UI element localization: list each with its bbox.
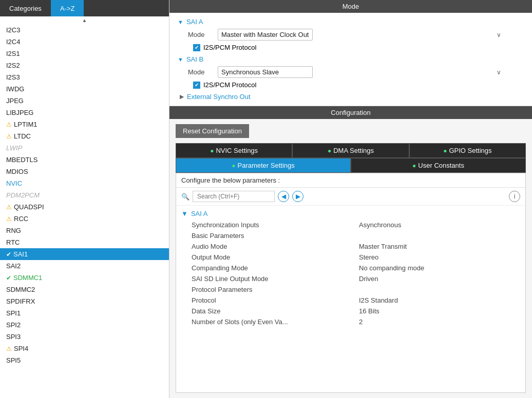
- tab-dma-settings[interactable]: ● DMA Settings: [292, 143, 409, 158]
- param-label-data-size: Data Size: [176, 306, 351, 316]
- param-value-num-slots: 2: [351, 316, 525, 327]
- list-item-quadspi[interactable]: QUADSPI: [0, 201, 169, 213]
- sai-a-protocol-checkbox[interactable]: ✔: [193, 44, 200, 51]
- table-row-sync-inputs: Synchronization Inputs Asynchronous: [176, 220, 525, 230]
- list-item-nvic[interactable]: NVIC: [0, 177, 169, 189]
- tab-nvic-settings[interactable]: ● NVIC Settings: [176, 143, 292, 158]
- param-value-companding-mode: No companding mode: [351, 263, 525, 273]
- table-row-companding-mode: Companding Mode No companding mode: [176, 263, 525, 273]
- list-item-pdm2pcm[interactable]: PDM2PCM: [0, 189, 169, 201]
- user-check-icon: ●: [412, 162, 416, 169]
- parameter-check-icon: ●: [232, 162, 235, 169]
- config-tabs-row: ● NVIC Settings ● DMA Settings ● GPIO Se…: [176, 143, 526, 158]
- list-item-i2c3[interactable]: I2C3: [0, 24, 169, 36]
- list-item-lptim1[interactable]: LPTIM1: [0, 118, 169, 130]
- info-button[interactable]: i: [509, 191, 520, 202]
- parameter-tab-label: Parameter Settings: [237, 162, 294, 169]
- list-item-spi1[interactable]: SPI1: [0, 307, 169, 319]
- config-content: Reset Configuration ● NVIC Settings ● DM…: [169, 119, 532, 398]
- group-label-protocol: Protocol Parameters: [176, 284, 525, 295]
- list-item-sdmmc2[interactable]: SDMMC2: [0, 284, 169, 295]
- sai-a-param-header[interactable]: ▼ SAI A: [176, 208, 525, 220]
- config-section-header: Configuration: [169, 106, 532, 119]
- list-item-spi4[interactable]: SPI4: [0, 343, 169, 354]
- sai-a-mode-select[interactable]: Master with Master Clock Out Synchronous…: [218, 29, 313, 41]
- table-row-protocol: Protocol I2S Standard: [176, 295, 525, 306]
- list-item-i2c4[interactable]: I2C4: [0, 36, 169, 48]
- tab-gpio-settings[interactable]: ● GPIO Settings: [409, 143, 526, 158]
- list-item-rtc[interactable]: RTC: [0, 236, 169, 248]
- list-item-libjpeg[interactable]: LIBJPEG: [0, 107, 169, 118]
- table-row-data-size: Data Size 16 Bits: [176, 306, 525, 316]
- scroll-up-indicator: ▲: [0, 16, 169, 24]
- search-icon: 🔍: [181, 193, 189, 201]
- param-label-sync-inputs: Synchronization Inputs: [176, 220, 351, 230]
- sai-b-header[interactable]: ▼ SAI B: [178, 55, 524, 63]
- list-item-lwip[interactable]: LWIP: [0, 142, 169, 154]
- param-label-audio-mode: Audio Mode: [176, 241, 351, 252]
- sai-b-label: SAI B: [186, 55, 203, 63]
- search-input[interactable]: [193, 191, 275, 202]
- left-tabs: Categories A->Z: [0, 0, 169, 16]
- list-item-sai1[interactable]: SAI1: [0, 248, 169, 260]
- search-row: 🔍 ◀ ▶ i: [176, 188, 525, 206]
- dma-tab-label: DMA Settings: [333, 147, 374, 154]
- list-item-ltdc[interactable]: LTDC: [0, 130, 169, 142]
- list-item-rng[interactable]: RNG: [0, 225, 169, 236]
- external-synchro-row[interactable]: ▶ External Synchro Out: [180, 93, 524, 101]
- config-tabs-row2: ● Parameter Settings ● User Constants: [176, 158, 526, 173]
- list-item-rcc[interactable]: RCC: [0, 213, 169, 225]
- mode-content: ▼ SAI A Mode Master with Master Clock Ou…: [169, 13, 532, 106]
- sai-b-protocol-row: ✔ I2S/PCM Protocol: [193, 81, 524, 89]
- nav-prev-button[interactable]: ◀: [278, 191, 289, 202]
- list-item-mbedtls[interactable]: MBEDTLS: [0, 154, 169, 166]
- table-row-audio-mode: Audio Mode Master Transmit: [176, 241, 525, 252]
- nvic-tab-label: NVIC Settings: [216, 147, 258, 154]
- tab-az[interactable]: A->Z: [51, 0, 84, 16]
- list-item-spi3[interactable]: SPI3: [0, 331, 169, 343]
- param-value-data-size: 16 Bits: [351, 306, 525, 316]
- user-tab-label: User Constants: [418, 162, 464, 169]
- list-item-i2s1[interactable]: I2S1: [0, 48, 169, 59]
- nvic-check-icon: ●: [210, 147, 214, 154]
- tab-user-constants[interactable]: ● User Constants: [351, 158, 526, 173]
- external-synchro-arrow: ▶: [180, 93, 184, 100]
- sai-a-header[interactable]: ▼ SAI A: [178, 18, 524, 26]
- mode-section-header: Mode: [169, 0, 532, 13]
- list-item-spi2[interactable]: SPI2: [0, 319, 169, 331]
- group-label-basic: Basic Parameters: [176, 230, 525, 241]
- left-panel: Categories A->Z ▲ I2C3 I2C4 I2S1 I2S2 I2…: [0, 0, 169, 398]
- param-header: Configure the below parameters :: [176, 173, 525, 188]
- param-label-sd-line: SAI SD Line Output Mode: [176, 273, 351, 284]
- external-synchro-label: External Synchro Out: [187, 93, 251, 101]
- param-list: ▼ SAI A Synchronization Inputs Asynchron…: [176, 206, 525, 392]
- sai-b-mode-select-wrapper: Synchronous Slave Master with Master Clo…: [218, 66, 505, 78]
- list-item-mdios[interactable]: MDIOS: [0, 166, 169, 177]
- list-item-sdmmc1[interactable]: SDMMC1: [0, 272, 169, 284]
- param-label-num-slots: Number of Slots (only Even Va...: [176, 316, 351, 327]
- table-row-output-mode: Output Mode Stereo: [176, 252, 525, 263]
- list-item-iwdg[interactable]: IWDG: [0, 83, 169, 95]
- left-list: I2C3 I2C4 I2S1 I2S2 I2S3 IWDG JPEG LIBJP…: [0, 24, 169, 398]
- list-item-spi5[interactable]: SPI5: [0, 354, 169, 366]
- sai-b-protocol-checkbox[interactable]: ✔: [193, 82, 200, 89]
- param-label-companding-mode: Companding Mode: [176, 263, 351, 273]
- param-label-protocol: Protocol: [176, 295, 351, 306]
- sai-b-arrow: ▼: [178, 56, 183, 63]
- list-item-spdifrx[interactable]: SPDIFRX: [0, 295, 169, 307]
- list-item-sai2[interactable]: SAI2: [0, 260, 169, 272]
- nav-next-button[interactable]: ▶: [292, 191, 303, 202]
- tab-parameter-settings[interactable]: ● Parameter Settings: [176, 158, 351, 173]
- list-item-jpeg[interactable]: JPEG: [0, 95, 169, 107]
- reset-config-button[interactable]: Reset Configuration: [176, 124, 249, 138]
- table-row-num-slots: Number of Slots (only Even Va... 2: [176, 316, 525, 327]
- sai-a-arrow: ▼: [178, 19, 183, 25]
- sai-a-label: SAI A: [186, 18, 203, 26]
- sai-b-mode-select[interactable]: Synchronous Slave Master with Master Clo…: [218, 66, 313, 78]
- sai-a-mode-label: Mode: [188, 31, 214, 38]
- param-value-sync-inputs: Asynchronous: [351, 220, 525, 230]
- sai-a-mode-select-wrapper: Master with Master Clock Out Synchronous…: [218, 29, 505, 41]
- tab-categories[interactable]: Categories: [0, 0, 51, 16]
- list-item-i2s3[interactable]: I2S3: [0, 71, 169, 83]
- list-item-i2s2[interactable]: I2S2: [0, 59, 169, 71]
